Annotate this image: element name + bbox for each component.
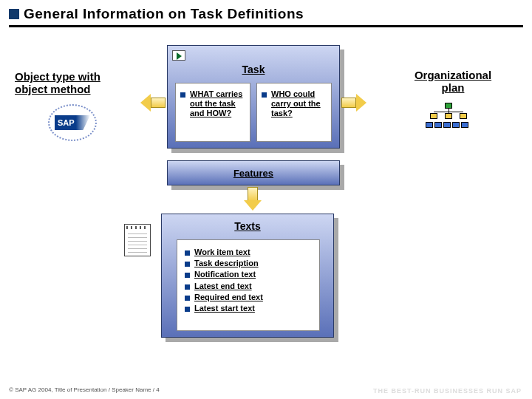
title-underline	[9, 25, 523, 27]
page-title: General Information on Task Definitions	[24, 6, 304, 22]
arrow-left-icon	[140, 94, 166, 112]
texts-item: Notification text	[185, 270, 312, 279]
arrow-right-icon	[341, 94, 366, 112]
bullet-icon	[185, 273, 190, 278]
left-label: Object type with object method	[15, 70, 126, 95]
texts-item-label: Latest start text	[194, 304, 255, 313]
sap-logo-icon: SAP	[46, 103, 99, 143]
slide-canvas: Object type with object method SAP Task …	[0, 32, 532, 357]
texts-item-label: Notification text	[194, 270, 256, 279]
bullet-icon	[185, 296, 190, 301]
task-who-text: WHO could carry out the task?	[271, 89, 327, 119]
features-panel: Features	[167, 160, 340, 185]
title-bar: General Information on Task Definitions	[0, 0, 532, 25]
task-what-text: WHAT carries out the task and HOW?	[190, 89, 245, 119]
title-decorator-icon	[9, 9, 19, 19]
texts-item-label: Task description	[194, 259, 259, 268]
task-panel: Task WHAT carries out the task and HOW? …	[167, 45, 340, 149]
bullet-icon	[185, 284, 190, 290]
footer-text: SAP AG 2004, Title of Presentation / Spe…	[15, 386, 160, 393]
texts-item: Latest end text	[185, 282, 312, 291]
task-what-row: WHAT carries out the task and HOW?	[180, 89, 245, 119]
texts-item-label: Required end text	[194, 293, 263, 302]
texts-heading: Texts	[162, 220, 333, 232]
bullet-icon	[180, 92, 185, 98]
texts-panel: Texts Work item text Task description No…	[161, 214, 334, 338]
right-label: Organizational plan	[405, 69, 501, 94]
notepad-icon	[124, 224, 151, 256]
texts-item-label: Latest end text	[194, 282, 252, 291]
bullet-icon	[185, 307, 190, 312]
features-heading: Features	[233, 168, 273, 179]
texts-item: Work item text	[185, 248, 312, 257]
org-chart-icon	[429, 103, 470, 129]
bullet-icon	[185, 250, 190, 256]
task-what-box: WHAT carries out the task and HOW?	[175, 83, 250, 142]
footer-tagline: THE BEST-RUN BUSINESSES RUN SAP	[373, 387, 522, 395]
bullet-icon	[262, 92, 267, 98]
texts-list-box: Work item text Task description Notifica…	[177, 239, 320, 331]
task-who-row: WHO could carry out the task?	[262, 89, 327, 119]
footer-copyright: © SAP AG 2004, Title of Presentation / S…	[9, 386, 160, 393]
texts-item: Task description	[185, 259, 312, 268]
texts-item-label: Work item text	[194, 248, 250, 257]
task-who-box: WHO could carry out the task?	[256, 83, 332, 142]
play-card-icon	[172, 50, 185, 61]
texts-item: Required end text	[185, 293, 312, 302]
texts-item: Latest start text	[185, 304, 312, 313]
bullet-icon	[185, 262, 190, 267]
arrow-down-icon	[244, 187, 262, 212]
task-heading: Task	[168, 64, 339, 75]
